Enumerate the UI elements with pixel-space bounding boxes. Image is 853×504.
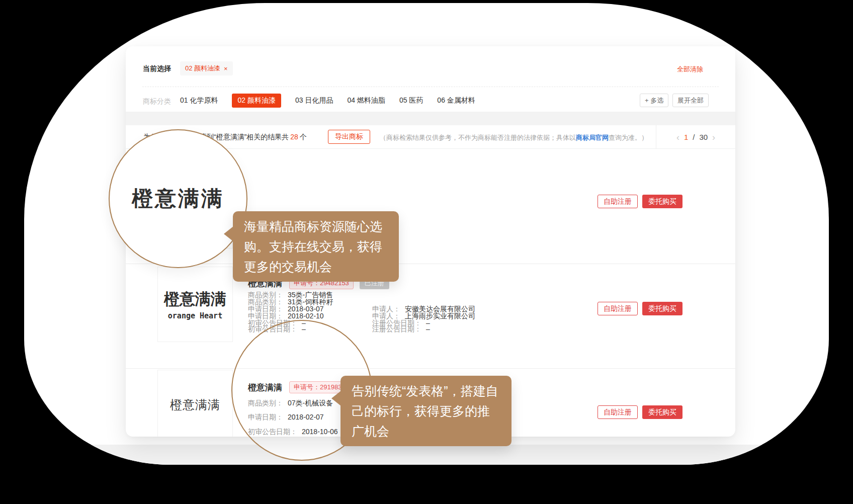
selected-filter-tag-text: 02 颜料油漆 xyxy=(185,64,220,73)
apply-date-value: 2018-02-10 xyxy=(288,312,324,320)
applicant-value: 上海雨步实业有限公司 xyxy=(405,312,475,320)
trademark-image-2-subtext: orange Heart xyxy=(168,311,222,320)
tooltip-arrow-left-icon xyxy=(331,391,341,406)
reg-pub-label: 注册公告日期： xyxy=(372,325,421,333)
trademark-image-3-text: 橙意满满 xyxy=(170,397,220,413)
export-trademark-button[interactable]: 导出商标 xyxy=(328,130,370,144)
total-pages: 30 xyxy=(699,133,708,141)
current-page: 1 xyxy=(684,133,688,141)
reg-pub-value: – xyxy=(426,325,430,333)
trademark-office-link[interactable]: 商标局官网 xyxy=(576,134,609,141)
reg-pub-pair: 注册公告日期：– xyxy=(372,325,430,334)
entrust-purchase-button[interactable]: 委托购买 xyxy=(642,195,683,208)
disclaimer-pre: （商标检索结果仅供参考，不作为商标能否注册的法律依据；具体以 xyxy=(380,134,576,141)
prev-page-icon[interactable]: ‹ xyxy=(676,133,679,142)
clear-all-button[interactable]: 全部清除 xyxy=(677,65,703,74)
tooltip-marketplace: 海量精品商标资源随心选购。支持在线交易，获得更多的交易机会 xyxy=(233,211,399,282)
multi-select-button[interactable]: + 多选 xyxy=(640,94,668,107)
tooltip-promotion-text: 告别传统“发表格”，搭建自己的标行，获得更多的推广机会 xyxy=(352,384,498,438)
category-items: 01 化学原料 02 颜料油漆 03 日化用品 04 燃料油脂 05 医药 06… xyxy=(180,94,475,108)
category-item-04[interactable]: 04 燃料油脂 xyxy=(347,96,385,105)
category-value: 31类-饲料种籽 xyxy=(288,298,333,306)
count-unit: 个 xyxy=(300,133,307,141)
category-item-03[interactable]: 03 日化用品 xyxy=(295,96,333,105)
apply-date-label: 申请日期： xyxy=(248,312,283,320)
page-separator: / xyxy=(693,133,695,141)
trademark-image-2-text: 橙意满满 xyxy=(164,289,226,310)
disclaimer: （商标检索结果仅供参考，不作为商标能否注册的法律依据；具体以商标局官网查询为准。… xyxy=(380,133,648,142)
self-register-button[interactable]: 自助注册 xyxy=(598,195,638,208)
entrust-purchase-button[interactable]: 委托购买 xyxy=(642,405,683,419)
trademark-image-3: 橙意满满 xyxy=(157,370,233,437)
next-page-icon[interactable]: › xyxy=(712,133,715,142)
pagination: ‹ 1 / 30 › xyxy=(656,125,735,149)
result-row-2: 橙意满满 orange Heart 橙意满满 申请号：29482153 已注册 … xyxy=(126,264,735,369)
expand-all-button[interactable]: 展开全部 xyxy=(672,94,709,107)
self-register-button[interactable]: 自助注册 xyxy=(598,405,638,419)
magnifier-circle-1: 橙意满满 xyxy=(109,129,247,268)
category-label: 商品类别： xyxy=(248,298,283,306)
result-count: 28 xyxy=(290,133,298,141)
category-item-06[interactable]: 06 金属材料 xyxy=(437,96,475,105)
trademark-image-2: 橙意满满 orange Heart xyxy=(157,267,233,342)
category-bar-label: 商标分类 xyxy=(143,97,171,106)
device-base-bar xyxy=(24,445,829,465)
category-item-01[interactable]: 01 化学原料 xyxy=(180,96,218,105)
tag-close-icon[interactable]: × xyxy=(224,65,228,72)
category-item-05[interactable]: 05 医药 xyxy=(399,96,423,105)
tooltip-marketplace-text: 海量精品商标资源随心选购。支持在线交易，获得更多的交易机会 xyxy=(244,219,382,274)
tooltip-promotion: 告别传统“发表格”，搭建自己的标行，获得更多的推广机会 xyxy=(340,376,511,446)
dashed-divider xyxy=(142,87,719,87)
entrust-purchase-button[interactable]: 委托购买 xyxy=(642,302,683,315)
disclaimer-post: 查询为准。） xyxy=(609,134,648,141)
section-gap xyxy=(126,112,735,125)
tooltip-arrow-left-icon xyxy=(224,226,233,241)
applicant-label: 申请人： xyxy=(372,312,400,320)
selected-filter-tag[interactable]: 02 颜料油漆 × xyxy=(180,61,233,75)
magnified-trademark-text: 橙意满满 xyxy=(132,185,224,213)
page: 当前选择 02 颜料油漆 × 全部清除 商标分类 01 化学原料 02 颜料油漆… xyxy=(0,0,853,504)
current-selection-label: 当前选择 xyxy=(143,64,171,73)
self-register-button[interactable]: 自助注册 xyxy=(598,302,638,315)
category-item-02-selected[interactable]: 02 颜料油漆 xyxy=(232,94,281,108)
applicant-pair: 申请人：上海雨步实业有限公司 xyxy=(372,312,475,321)
